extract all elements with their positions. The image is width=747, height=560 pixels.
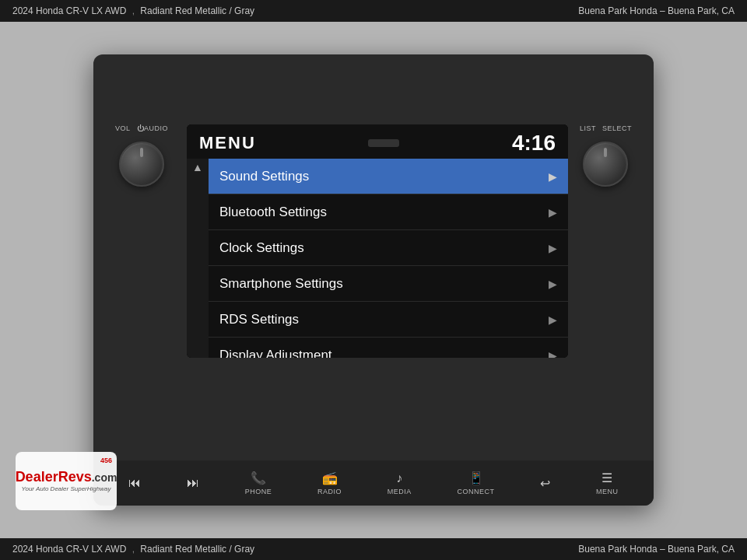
next-track-button[interactable]: ⏭ [181, 473, 205, 493]
audio-label: ⏻AUDIO [137, 124, 169, 132]
phone-label: PHONE [245, 488, 272, 495]
left-knob-area: VOL ⏻AUDIO [115, 124, 168, 187]
top-bar: 2024 Honda CR-V LX AWD , Radiant Red Met… [0, 0, 747, 22]
main-content: VOL ⏻AUDIO LIST SELECT MENU 4:16 [0, 22, 747, 538]
media-button[interactable]: ♪ MEDIA [381, 468, 418, 499]
menu-area: ▲ ▼ Sound Settings▶Bluetooth Settings▶Cl… [187, 159, 568, 358]
dealerrevs-watermark: 456 DealerRevs.com Your Auto Dealer Supe… [16, 452, 117, 510]
knob-right-labels: LIST SELECT [580, 124, 632, 132]
menu-item-3[interactable]: Smartphone Settings▶ [209, 266, 568, 302]
radio-button[interactable]: 📻 RADIO [311, 467, 348, 499]
bottom-bar: 2024 Honda CR-V LX AWD , Radiant Red Met… [0, 538, 747, 560]
screen-header: MENU 4:16 [187, 124, 568, 159]
select-knob[interactable] [583, 142, 628, 187]
list-label: LIST [580, 124, 596, 132]
menu-list: Sound Settings▶Bluetooth Settings▶Clock … [209, 159, 568, 358]
infotainment-screen: MENU 4:16 ▲ ▼ Sound Settings▶Bluetooth S… [187, 124, 568, 358]
car-color-top: Radiant Red Metallic / Gray [140, 5, 254, 16]
connect-label: CONNECT [458, 488, 495, 495]
menu-item-label-0: Sound Settings [219, 169, 309, 184]
menu-item-2[interactable]: Clock Settings▶ [209, 230, 568, 266]
menu-item-label-1: Bluetooth Settings [219, 205, 327, 220]
right-knob-area: LIST SELECT [580, 124, 632, 187]
menu-icon: ☰ [601, 471, 612, 485]
scroll-indicators: ▲ ▼ [187, 159, 209, 358]
status-indicator [368, 139, 399, 147]
dealer-info-top: Buena Park Honda – Buena Park, CA [578, 5, 735, 16]
clock-display: 4:16 [512, 131, 556, 156]
menu-button[interactable]: ☰ MENU [590, 467, 625, 499]
screen-inner: MENU 4:16 ▲ ▼ Sound Settings▶Bluetooth S… [187, 124, 568, 358]
watermark-numbers: 456 [100, 457, 112, 464]
scroll-up-icon[interactable]: ▲ [192, 162, 203, 173]
menu-item-label-4: RDS Settings [219, 312, 299, 327]
phone-icon: 📞 [251, 471, 266, 485]
back-icon: ↩ [540, 476, 550, 491]
volume-knob[interactable] [119, 142, 164, 187]
menu-item-arrow-1: ▶ [549, 206, 557, 219]
menu-item-label-5: Display Adjustment [219, 348, 332, 359]
radio-icon: 📻 [322, 471, 338, 485]
menu-item-arrow-0: ▶ [549, 170, 557, 183]
car-color-bottom: Radiant Red Metallic / Gray [140, 544, 254, 555]
car-model-top: 2024 Honda CR-V LX AWD [12, 5, 126, 16]
phone-button[interactable]: 📞 PHONE [239, 467, 279, 499]
watermark-tagline: Your Auto Dealer SuperHighway [22, 485, 111, 492]
menu-label: MENU [596, 488, 619, 495]
car-model-bottom: 2024 Honda CR-V LX AWD [12, 544, 126, 555]
menu-item-arrow-3: ▶ [549, 278, 557, 290]
unit-bottom-controls: ⏮ ⏭ 📞 PHONE 📻 RADIO ♪ MEDIA 📱 CONNECT [93, 460, 654, 506]
top-bar-info: 2024 Honda CR-V LX AWD , Radiant Red Met… [12, 5, 254, 16]
menu-title: MENU [199, 133, 256, 153]
back-button[interactable]: ↩ [534, 473, 556, 494]
dealer-info-bottom: Buena Park Honda – Buena Park, CA [578, 544, 735, 555]
knob-left-labels: VOL ⏻AUDIO [115, 124, 168, 132]
menu-item-arrow-5: ▶ [549, 349, 557, 359]
menu-item-arrow-2: ▶ [549, 242, 557, 254]
prev-track-icon: ⏮ [128, 476, 141, 490]
watermark-logo: DealerRevs.com [16, 470, 117, 484]
media-label: MEDIA [388, 488, 412, 495]
prev-track-button[interactable]: ⏮ [122, 473, 147, 493]
menu-item-arrow-4: ▶ [549, 313, 557, 326]
media-icon: ♪ [396, 471, 402, 485]
menu-item-0[interactable]: Sound Settings▶ [209, 159, 568, 194]
menu-item-label-3: Smartphone Settings [219, 276, 343, 292]
connect-icon: 📱 [468, 471, 484, 485]
infotainment-unit: VOL ⏻AUDIO LIST SELECT MENU 4:16 [93, 54, 654, 506]
select-label: SELECT [602, 124, 632, 132]
connect-button[interactable]: 📱 CONNECT [451, 467, 501, 499]
menu-item-label-2: Clock Settings [219, 240, 304, 256]
radio-label: RADIO [317, 488, 342, 495]
menu-item-4[interactable]: RDS Settings▶ [209, 302, 568, 338]
next-track-icon: ⏭ [187, 476, 199, 490]
menu-item-5[interactable]: Display Adjustment▶ [209, 338, 568, 358]
menu-item-1[interactable]: Bluetooth Settings▶ [209, 194, 568, 230]
vol-label: VOL [115, 124, 131, 132]
bottom-bar-info: 2024 Honda CR-V LX AWD , Radiant Red Met… [12, 544, 254, 555]
